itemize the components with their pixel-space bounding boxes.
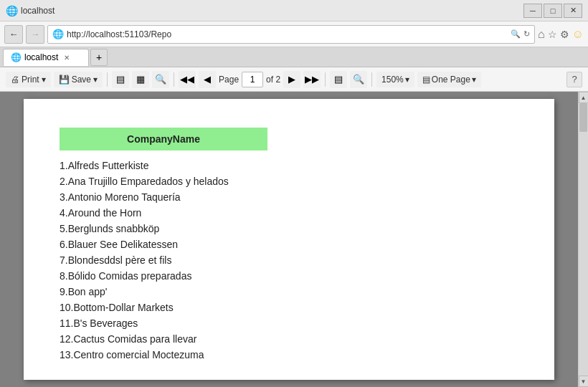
report-page: CompanyName 1.Alfreds Futterkiste2.Ana T… [24, 99, 554, 380]
list-item: 8.Bólido Comidas preparadas [60, 268, 518, 284]
scroll-track[interactable] [579, 103, 588, 376]
page-container[interactable]: CompanyName 1.Alfreds Futterkiste2.Ana T… [0, 92, 578, 387]
list-item: 3.Antonio Moreno Taquería [60, 189, 518, 205]
url-icon: 🌐 [52, 29, 64, 39]
save-button[interactable]: 💾 Save ▾ [54, 72, 103, 87]
of-label: of 2 [266, 75, 280, 85]
list-item: 4.Around the Horn [60, 205, 518, 221]
separator-1 [107, 72, 108, 87]
scroll-thumb[interactable] [579, 103, 587, 132]
window-controls: ─ □ ✕ [523, 4, 582, 18]
tab-close-button[interactable]: ✕ [64, 54, 70, 62]
content-area: CompanyName 1.Alfreds Futterkiste2.Ana T… [0, 92, 588, 387]
list-item: 6.Blauer See Delikatessen [60, 236, 518, 252]
prev-page-button[interactable]: ◀ [199, 71, 216, 88]
url-search-icon: 🔍 [511, 29, 521, 39]
close-button[interactable]: ✕ [564, 4, 582, 18]
title-bar: 🌐 localhost ─ □ ✕ [0, 0, 588, 22]
last-page-button[interactable]: ▶▶ [303, 71, 321, 88]
page-input[interactable] [242, 72, 263, 87]
save-label: Save [72, 75, 91, 85]
help-button[interactable]: ? [566, 72, 582, 87]
page-view-icon: ▤ [422, 75, 430, 85]
gear-icon[interactable]: ⚙ [560, 29, 569, 40]
home-icon[interactable]: ⌂ [538, 28, 545, 41]
separator-4 [371, 72, 372, 87]
refresh-button[interactable]: ↻ [523, 29, 530, 39]
view-grid-button[interactable]: ▦ [132, 71, 149, 88]
list-item: 13.Centro comercial Moctezuma [60, 347, 518, 363]
zoom-dropdown-icon: ▾ [405, 75, 409, 85]
page-label: Page [219, 75, 239, 85]
title-bar-left: 🌐 localhost [6, 5, 54, 16]
list-item: 2.Ana Trujillo Emparedados y helados [60, 173, 518, 189]
separator-2 [174, 72, 174, 87]
list-item: 5.Berglunds snabbköp [60, 221, 518, 236]
tab-icon: 🌐 [11, 52, 22, 62]
active-tab[interactable]: 🌐 localhost ✕ [3, 49, 89, 66]
print-dropdown-icon: ▾ [42, 75, 46, 85]
view-page-button[interactable]: ▤ [112, 71, 129, 88]
separator-3 [325, 72, 326, 87]
column-header: CompanyName [60, 128, 267, 150]
search-button[interactable]: 🔍 [350, 71, 367, 88]
zoom-button[interactable]: 150% ▾ [376, 72, 414, 87]
print-icon: 🖨 [11, 75, 19, 85]
star-icon[interactable]: ☆ [548, 29, 557, 40]
list-item: 1.Alfreds Futterkiste [60, 158, 518, 173]
minimize-button[interactable]: ─ [523, 4, 542, 18]
list-item: 9.Bon app' [60, 284, 518, 300]
address-bar: ← → 🌐 http://localhost:51103/Repo 🔍 ↻ ⌂ … [0, 22, 588, 47]
forward-button[interactable]: → [26, 25, 44, 44]
maximize-button[interactable]: □ [544, 4, 562, 18]
tab-bar: 🌐 localhost ✕ + [0, 47, 588, 67]
save-icon: 💾 [59, 75, 70, 85]
tab-label: localhost [24, 52, 58, 62]
scroll-down-button[interactable]: ▼ [579, 376, 589, 387]
company-list: 1.Alfreds Futterkiste2.Ana Trujillo Empa… [60, 158, 518, 363]
list-item: 11.B's Beverages [60, 315, 518, 331]
print-button[interactable]: 🖨 Print ▾ [6, 72, 51, 87]
save-dropdown-icon: ▾ [93, 75, 98, 85]
smiley-icon: ☺ [572, 28, 584, 41]
scroll-up-button[interactable]: ▲ [579, 92, 589, 103]
new-tab-button[interactable]: + [90, 49, 108, 66]
app-icon: 🌐 [6, 5, 18, 16]
url-box[interactable]: 🌐 http://localhost:51103/Repo 🔍 ↻ [47, 25, 535, 44]
print-label: Print [22, 75, 39, 85]
list-item: 12.Cactus Comidas para llevar [60, 331, 518, 347]
list-item: 10.Bottom-Dollar Markets [60, 300, 518, 315]
url-text: http://localhost:51103/Repo [67, 29, 508, 39]
vertical-scrollbar[interactable]: ▲ ▼ [578, 92, 588, 387]
list-item: 7.Blondesddsl père et fils [60, 252, 518, 268]
find-button[interactable]: 🔍 [152, 71, 169, 88]
next-page-button[interactable]: ▶ [283, 71, 300, 88]
first-page-button[interactable]: ◀◀ [179, 71, 196, 88]
page-view-button[interactable]: ▤ One Page ▾ [417, 72, 481, 87]
page-view-label: One Page [432, 75, 470, 85]
window-title: localhost [21, 6, 54, 16]
zoom-label: 150% [381, 75, 404, 85]
page-view-dropdown-icon: ▾ [472, 75, 476, 85]
layout-button[interactable]: ▤ [330, 71, 347, 88]
report-toolbar: 🖨 Print ▾ 💾 Save ▾ ▤ ▦ 🔍 ◀◀ ◀ Page of 2 … [0, 67, 588, 92]
back-button[interactable]: ← [4, 25, 23, 44]
